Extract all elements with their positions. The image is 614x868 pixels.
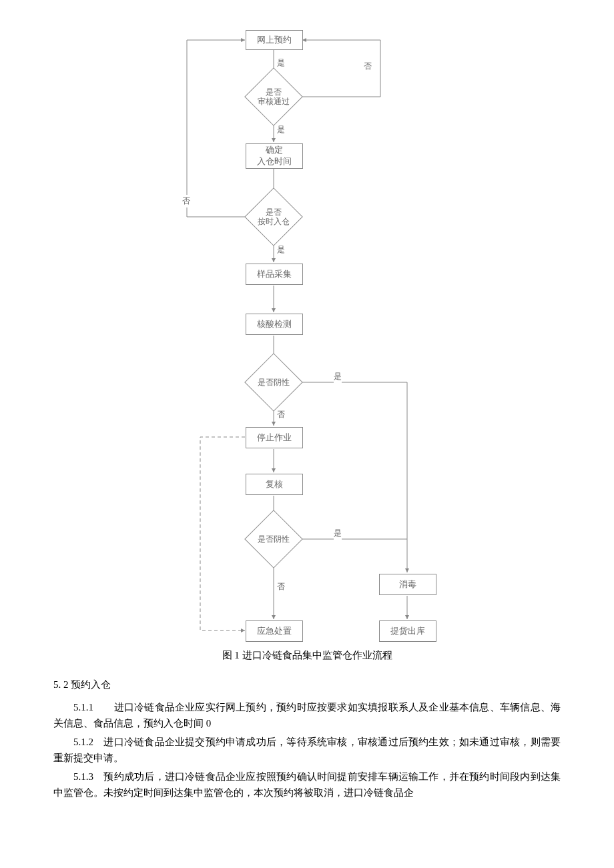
node-online-booking: 网上预约 [246,30,303,50]
flowchart-figure: 网上预约 是否审核通过 确定入仓时间 是否按时入仓 样品采集 核酸检测 是否阴性… [140,27,474,640]
node-confirm-time: 确定入仓时间 [246,143,303,169]
paragraph-5-1-2: 5.1.2 进口冷链食品企业提交预约申请成功后，等待系统审核，审核通过后预约生效… [53,734,561,766]
node-stop-operation: 停止作业 [246,427,303,448]
paragraph-5-1-1: 5.1.1 进口冷链食品企业应实行网上预约，预约时应按要求如实填报联系人及企业基… [53,699,561,731]
node-label: 网上预约 [257,35,292,46]
edge-label: 否 [182,195,190,207]
figure-caption: 图 1 进口冷链食品集中监管仓作业流程 [53,647,561,663]
edge-label: 是 [277,123,285,136]
paragraph-5-1-3: 5.1.3 预约成功后，进口冷链食品企业应按照预约确认时间提前安排车辆运输工作，… [53,769,561,801]
edge-label: 是 [334,370,342,383]
edge-label: 否 [277,408,285,421]
edge-label: 是 [334,527,342,540]
edge-label: 是 [277,244,285,256]
section-heading-5-2: 5. 2 预约入仓 [53,677,561,693]
node-emergency-disposal: 应急处置 [246,620,303,642]
node-recheck: 复核 [246,474,303,495]
flowchart-connectors [140,27,474,640]
decision-ontime-entry: 是否按时入仓 [247,197,300,237]
decision-audit-pass: 是否审核通过 [247,77,300,117]
decision-negative-1: 是否阴性 [247,362,300,402]
edge-label: 是 [277,57,285,69]
node-sample-collection: 样品采集 [246,264,303,285]
node-nucleic-acid-test: 核酸检测 [246,314,303,335]
node-disinfect: 消毒 [379,574,436,595]
decision-negative-2: 是否阴性 [247,519,300,559]
edge-label: 否 [277,580,285,593]
node-pickup-out: 提货出库 [379,620,436,642]
edge-label: 否 [364,60,372,73]
